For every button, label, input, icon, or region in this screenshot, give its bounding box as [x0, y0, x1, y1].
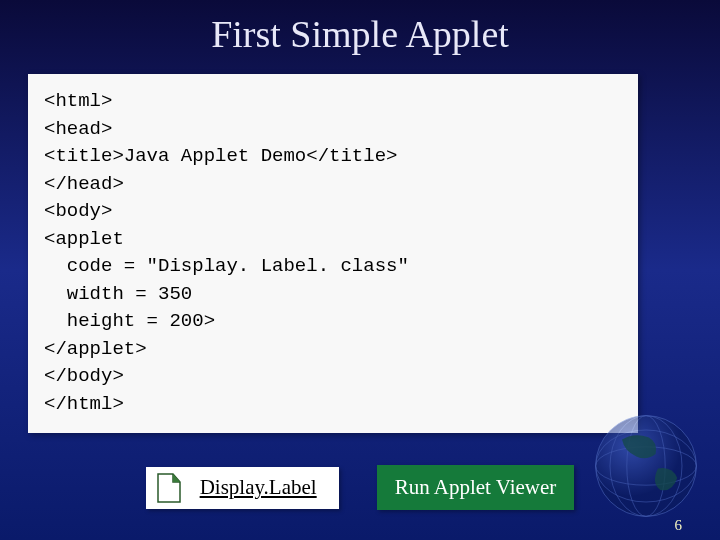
slide-title: First Simple Applet	[0, 0, 720, 56]
file-link[interactable]: Display.Label	[146, 467, 339, 509]
code-block: <html> <head> <title>Java Applet Demo</t…	[28, 74, 638, 433]
code-text: <html> <head> <title>Java Applet Demo</t…	[44, 88, 622, 419]
file-link-label: Display.Label	[200, 475, 317, 500]
file-icon	[156, 473, 182, 503]
page-number: 6	[675, 517, 683, 534]
bottom-row: Display.Label Run Applet Viewer	[0, 465, 720, 510]
run-applet-viewer-button[interactable]: Run Applet Viewer	[377, 465, 575, 510]
